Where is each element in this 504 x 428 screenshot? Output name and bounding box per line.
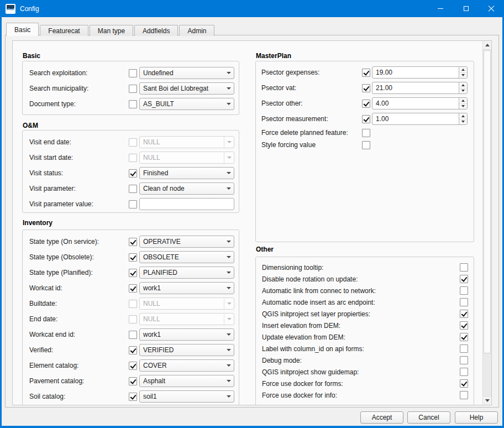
checkbox[interactable] — [129, 138, 137, 147]
combo-box[interactable]: Undefined — [139, 67, 234, 79]
chevron-down-icon — [224, 137, 234, 148]
minimize-button[interactable] — [428, 0, 453, 17]
checkbox[interactable] — [129, 331, 137, 339]
combo-box[interactable]: soil1 — [139, 390, 234, 403]
cancel-button[interactable]: Cancel — [407, 411, 450, 424]
checkbox[interactable] — [129, 185, 137, 193]
checkbox[interactable] — [129, 300, 137, 308]
field-label: Style forcing value — [261, 141, 362, 149]
checkbox[interactable] — [460, 333, 468, 341]
tab-featurecat[interactable]: Featurecat — [40, 25, 88, 36]
combo-box[interactable]: NULL — [139, 297, 234, 310]
combo-box[interactable]: Asphalt — [139, 375, 234, 387]
combo-box[interactable]: work1 — [139, 282, 234, 294]
config-row: Search exploitation:Undefined — [29, 65, 234, 81]
combo-box[interactable]: NULL — [139, 152, 234, 164]
checkbox[interactable] — [129, 284, 137, 293]
combo-box[interactable]: Clean of node — [139, 182, 234, 195]
config-row: Force use docker for info: — [262, 389, 468, 401]
close-icon — [488, 6, 495, 12]
checkbox[interactable] — [460, 310, 468, 318]
config-row: Debug mode: — [262, 354, 468, 366]
checkbox[interactable] — [460, 298, 468, 306]
spin-down-icon[interactable] — [459, 72, 467, 79]
checkbox[interactable] — [129, 346, 137, 354]
field-label: Visit parameter: — [29, 185, 129, 192]
spin-up-icon[interactable] — [459, 67, 467, 72]
scroll-up-button[interactable] — [483, 41, 491, 50]
close-button[interactable] — [479, 0, 504, 17]
spin-down-icon[interactable] — [459, 88, 467, 94]
chevron-down-icon — [224, 67, 234, 79]
scrollbar[interactable] — [482, 41, 491, 405]
config-row: Label with column_id on api forms: — [262, 343, 468, 354]
checkbox[interactable] — [129, 315, 137, 323]
spin-box[interactable]: 1.00 — [372, 113, 468, 125]
checkbox[interactable] — [460, 275, 468, 283]
spin-down-icon[interactable] — [459, 103, 467, 109]
tab-basic[interactable]: Basic — [6, 23, 39, 36]
spin-box[interactable]: 21.00 — [372, 82, 468, 94]
spin-box[interactable]: 19.00 — [372, 66, 468, 79]
config-row: Psector gexpenses:19.00 — [261, 65, 468, 80]
checkbox[interactable] — [129, 377, 137, 385]
checkbox[interactable] — [460, 286, 468, 295]
checkbox[interactable] — [362, 129, 370, 137]
checkbox[interactable] — [129, 200, 137, 208]
tab-man-type[interactable]: Man type — [90, 25, 133, 36]
checkbox[interactable] — [460, 263, 468, 272]
scroll-down-button[interactable] — [483, 396, 491, 405]
checkbox[interactable] — [460, 345, 468, 353]
text-input[interactable] — [139, 198, 234, 210]
scrollbar-thumb[interactable] — [484, 50, 491, 353]
combo-box[interactable]: Finished — [139, 167, 234, 179]
spin-box[interactable]: 4.00 — [372, 97, 468, 109]
checkbox[interactable] — [460, 368, 468, 376]
combo-box[interactable]: VERIFIED — [139, 344, 234, 356]
checkbox[interactable] — [129, 238, 137, 246]
checkbox[interactable] — [460, 379, 468, 388]
checkbox[interactable] — [362, 69, 370, 77]
combo-box[interactable]: NULL — [139, 136, 234, 148]
combo-value: OBSOLETE — [140, 253, 224, 261]
tab-addfields[interactable]: Addfields — [134, 25, 178, 36]
checkbox[interactable] — [460, 356, 468, 364]
combo-box[interactable]: OBSOLETE — [139, 251, 234, 263]
checkbox[interactable] — [129, 269, 137, 277]
checkbox[interactable] — [129, 393, 137, 401]
checkbox[interactable] — [129, 253, 137, 262]
settings-scroll-area[interactable]: Basic Search exploitation:UndefinedSearc… — [12, 40, 492, 405]
checkbox[interactable] — [460, 321, 468, 330]
spin-down-icon[interactable] — [459, 119, 467, 125]
checkbox[interactable] — [362, 84, 370, 92]
help-button[interactable]: Help — [455, 411, 498, 424]
spin-up-icon[interactable] — [459, 113, 467, 119]
combo-box[interactable]: OPERATIVE — [139, 236, 234, 248]
tab-admin[interactable]: Admin — [179, 25, 214, 36]
config-row: Builtdate:NULL — [29, 296, 234, 311]
combo-box[interactable]: Sant Boi del Llobregat — [139, 82, 234, 95]
group-other-title: Other — [256, 246, 274, 253]
combo-box[interactable]: AS_BUILT — [139, 98, 234, 110]
combo-box[interactable]: PLANIFIED — [139, 267, 234, 279]
checkbox[interactable] — [362, 141, 370, 149]
checkbox[interactable] — [129, 85, 137, 93]
checkbox[interactable] — [362, 100, 370, 108]
spin-up-icon[interactable] — [459, 82, 467, 88]
combo-box[interactable]: work1 — [139, 328, 234, 341]
checkbox[interactable] — [362, 115, 370, 123]
checkbox[interactable] — [129, 154, 137, 162]
checkbox[interactable] — [129, 169, 137, 178]
maximize-button[interactable] — [453, 0, 479, 17]
combo-box[interactable]: NULL — [139, 313, 234, 325]
accept-button[interactable]: Accept — [360, 411, 403, 424]
field-label: Force use docker for forms: — [262, 380, 460, 388]
checkbox[interactable] — [129, 362, 137, 370]
combo-box[interactable]: COVER — [139, 359, 234, 372]
config-row: Dimensioning tooltip: — [262, 262, 468, 273]
config-row: QGIS initproject show guidemap: — [262, 366, 468, 378]
spin-up-icon[interactable] — [459, 98, 467, 103]
checkbox[interactable] — [129, 69, 137, 77]
checkbox[interactable] — [460, 391, 468, 399]
checkbox[interactable] — [129, 100, 137, 108]
